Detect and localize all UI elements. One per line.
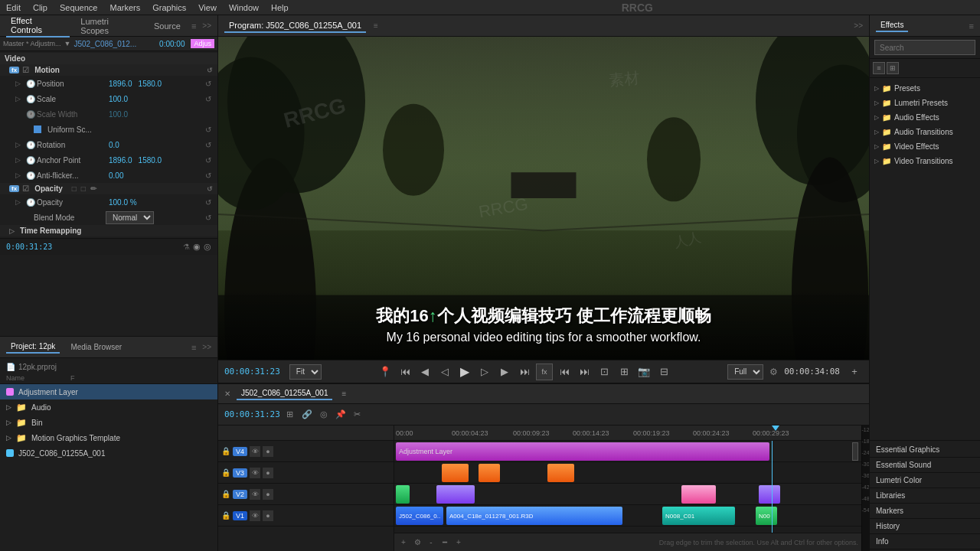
position-x-value[interactable]: 1896.0 xyxy=(109,80,132,88)
v3-clip-1[interactable] xyxy=(442,464,469,482)
project-item-bin[interactable]: ▷ 📁 Bin xyxy=(0,415,217,430)
menu-graphics[interactable]: Graphics xyxy=(152,3,186,12)
add-marker-tl[interactable]: ◎ xyxy=(317,408,331,422)
v1-clip-2[interactable]: A004_C18e_011278_001.R3D xyxy=(446,507,622,525)
v4-lock[interactable]: 🔒 xyxy=(221,447,230,455)
v2-eye[interactable]: 👁 xyxy=(250,489,260,500)
opacity-reset[interactable]: ↺ xyxy=(207,185,213,193)
scale-stopwatch[interactable]: 🕐 xyxy=(26,95,34,103)
ap-stopwatch[interactable]: 🕐 xyxy=(26,156,34,165)
tab-media-browser[interactable]: Media Browser xyxy=(66,341,126,353)
v1-eye[interactable]: 👁 xyxy=(250,510,260,521)
panel-expand-icon[interactable]: >> xyxy=(202,21,211,30)
timeline-tab-menu[interactable]: ≡ xyxy=(341,390,346,398)
v2-badge[interactable]: V2 xyxy=(233,490,247,499)
info-item[interactable]: Info xyxy=(870,534,980,549)
essential-sound-item[interactable]: Essential Sound xyxy=(870,458,980,473)
v1-record[interactable]: ● xyxy=(263,510,273,521)
v4-badge[interactable]: V4 xyxy=(233,447,247,456)
extract-btn[interactable]: ⊞ xyxy=(616,364,632,380)
project-panel-menu[interactable]: ≡ xyxy=(191,343,196,352)
opacity-header[interactable]: fx ☑ Opacity □ □ ✏ ↺ xyxy=(0,183,217,194)
menu-markers[interactable]: Markers xyxy=(109,3,140,12)
pos-reset[interactable]: ↺ xyxy=(205,80,211,88)
motion-header[interactable]: fx ☑ Motion ↺ xyxy=(0,64,217,76)
v3-lock[interactable]: 🔒 xyxy=(221,468,230,477)
audio-transitions-header[interactable]: ▷ 📁 Audio Transitions xyxy=(870,126,980,138)
rot-expand[interactable]: ▷ xyxy=(15,141,23,148)
tab-effects[interactable]: Effects xyxy=(876,19,908,32)
v2-clip-2[interactable] xyxy=(436,485,475,504)
effects-search-input[interactable] xyxy=(874,40,975,55)
op-expand[interactable]: ▷ xyxy=(15,198,23,206)
tl-zoom-in-btn[interactable]: + xyxy=(452,536,465,549)
settings-icon[interactable]: ⚙ xyxy=(769,367,778,377)
v2-clip-1[interactable] xyxy=(396,485,410,504)
lift-btn[interactable]: ⊡ xyxy=(596,364,612,380)
essential-graphics-item[interactable]: Essential Graphics xyxy=(870,442,980,458)
step-back-frame-btn[interactable]: ◁ xyxy=(436,364,453,380)
tl-zoom-out-btn[interactable]: - xyxy=(425,536,437,549)
position-y-value[interactable]: 1580.0 xyxy=(139,80,162,88)
adjustment-layer-clip[interactable]: Adjustment Layer xyxy=(396,442,769,461)
anchor-x-value[interactable]: 1896.0 xyxy=(109,156,132,165)
step-fwd-frame-btn[interactable]: ▷ xyxy=(476,364,493,380)
markers-item[interactable]: Markers xyxy=(870,504,980,519)
video-effects-header[interactable]: ▷ 📁 Video Effects xyxy=(870,141,980,152)
pos-stopwatch[interactable]: 🕐 xyxy=(26,80,34,88)
timeline-close-btn[interactable]: ✕ xyxy=(224,390,230,398)
razor-btn[interactable]: ✂ xyxy=(351,408,364,422)
audio-effects-header[interactable]: ▷ 📁 Audio Effects xyxy=(870,112,980,123)
pos-toggle[interactable]: ▷ xyxy=(15,80,23,87)
rot-reset[interactable]: ↺ xyxy=(205,141,211,149)
opacity-value[interactable]: 100.0 % xyxy=(109,198,137,207)
snap-btn[interactable]: ⊞ xyxy=(283,408,297,422)
go-out-btn[interactable]: ⏭ xyxy=(576,364,593,380)
motion-reset[interactable]: ↺ xyxy=(207,67,213,74)
panel-menu-icon[interactable]: ≡ xyxy=(191,21,196,31)
uniform-scale-checkbox[interactable] xyxy=(34,126,41,133)
link-btn[interactable]: 🔗 xyxy=(300,408,314,422)
audio-expand-arrow[interactable]: ▷ xyxy=(6,403,11,411)
project-expand-icon[interactable]: >> xyxy=(202,343,211,351)
project-item-mgt[interactable]: ▷ 📁 Motion Graphics Template xyxy=(0,430,217,445)
v3-eye[interactable]: 👁 xyxy=(250,468,260,478)
tl-add-track-btn[interactable]: + xyxy=(397,536,410,549)
grid-view-icon[interactable]: ⊞ xyxy=(887,62,899,74)
scale-toggle[interactable]: ▷ xyxy=(15,95,23,103)
menu-clip[interactable]: Clip xyxy=(33,3,47,12)
pin-btn[interactable]: 📌 xyxy=(334,408,348,422)
menu-help[interactable]: Help xyxy=(271,3,289,12)
v4-record[interactable]: ● xyxy=(263,446,273,457)
rotation-value[interactable]: 0.0 xyxy=(109,141,119,149)
v1-clip-3[interactable]: N008_C01 xyxy=(662,507,735,525)
fit-select[interactable]: Fit xyxy=(289,364,322,380)
af-reset[interactable]: ↺ xyxy=(205,171,211,180)
v4-eye[interactable]: 👁 xyxy=(250,446,260,457)
time-remapping-header[interactable]: ▷ Time Remapping xyxy=(0,225,217,236)
pm-menu-icon[interactable]: ≡ xyxy=(374,21,378,30)
libraries-item[interactable]: Libraries xyxy=(870,488,980,504)
step-fwd-btn[interactable]: ⏭ xyxy=(516,364,533,380)
multi-cam-btn[interactable]: ⊟ xyxy=(655,364,672,380)
v1-badge[interactable]: V1 xyxy=(233,511,247,520)
lumetri-presets-header[interactable]: ▷ 📁 Lumetri Presets xyxy=(870,97,980,109)
pm-expand-icon[interactable]: >> xyxy=(854,21,863,30)
bm-reset[interactable]: ↺ xyxy=(205,214,211,222)
add-btn[interactable]: + xyxy=(846,364,863,380)
rot-stopwatch[interactable]: 🕐 xyxy=(26,141,34,149)
tab-timeline[interactable]: J502_C086_01255A_001 xyxy=(237,387,332,400)
presets-header[interactable]: ▷ 📁 Presets xyxy=(870,83,980,94)
tl-zoom-slider[interactable]: ━ xyxy=(439,536,451,549)
add-marker-btn[interactable]: 📍 xyxy=(377,364,394,380)
af-expand[interactable]: ▷ xyxy=(15,171,23,179)
opacity-toggle[interactable]: ☑ xyxy=(22,184,31,193)
blend-mode-select[interactable]: Normal xyxy=(106,211,154,224)
v2-clip-3[interactable] xyxy=(681,485,716,504)
project-item-sequence[interactable]: J502_C086_01255A_001 xyxy=(0,445,217,461)
scale-value[interactable]: 100.0 xyxy=(109,95,128,103)
tab-effect-controls[interactable]: Effect Controls xyxy=(6,15,70,37)
v2-lock[interactable]: 🔒 xyxy=(221,490,230,498)
ap-expand[interactable]: ▷ xyxy=(15,156,23,164)
af-stopwatch[interactable]: 🕐 xyxy=(26,171,34,180)
